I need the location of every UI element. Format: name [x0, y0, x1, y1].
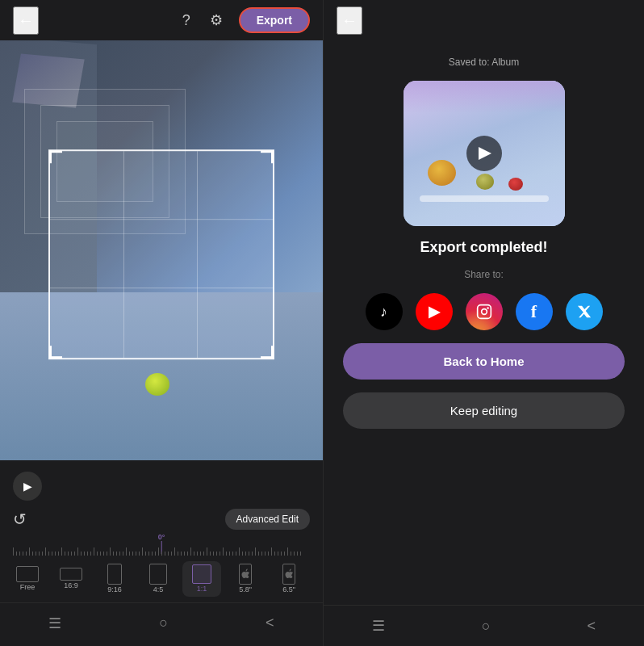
- svg-rect-0: [477, 305, 491, 319]
- left-nav-home-icon[interactable]: ○: [143, 611, 184, 635]
- video-thumbnail[interactable]: [404, 81, 565, 226]
- ratio-item-5-8-[interactable]: 5.8": [226, 560, 265, 598]
- ratio-icon-3: [149, 564, 167, 585]
- ruler-tick: [281, 552, 282, 556]
- ruler-tick: [58, 552, 59, 556]
- ruler-label: 0°: [158, 533, 165, 541]
- ruler-tick: [300, 552, 301, 556]
- ruler-tick: [242, 552, 243, 556]
- ratio-icon-0: [16, 566, 39, 582]
- ruler-tick: [126, 547, 127, 556]
- ratio-icon-6: [282, 564, 295, 585]
- ratio-label-1: 16:9: [64, 582, 78, 590]
- ratio-item-4-5[interactable]: 4:5: [139, 560, 178, 598]
- ratio-label-3: 4:5: [153, 586, 164, 594]
- advanced-edit-button[interactable]: Advanced Edit: [225, 509, 310, 530]
- ratio-icon-2: [107, 564, 122, 585]
- ruler-tick: [123, 552, 123, 556]
- share-tiktok-button[interactable]: ♪: [366, 293, 403, 330]
- ruler-tick: [194, 552, 194, 556]
- ruler-tick: [52, 552, 52, 556]
- play-button[interactable]: ▶: [13, 472, 42, 501]
- share-twitter-button[interactable]: [566, 293, 603, 330]
- ruler-tick: [287, 547, 288, 556]
- ruler-tick: [271, 547, 272, 556]
- ruler-tick: [77, 547, 78, 556]
- keep-editing-button[interactable]: Keep editing: [343, 392, 625, 429]
- ruler-tick: [190, 547, 191, 556]
- left-nav-bar: ☰ ○ <: [0, 602, 323, 644]
- ruler-tick: [210, 552, 211, 556]
- right-nav-home-icon[interactable]: ○: [466, 615, 507, 638]
- ruler-ticks: [13, 547, 310, 556]
- ratio-item-3-4[interactable]: 3:4: [313, 560, 323, 598]
- ruler-tick: [45, 547, 46, 556]
- ratio-label-6: 6.5": [282, 586, 295, 594]
- ruler-tick: [132, 552, 133, 556]
- ratio-label-5: 5.8": [239, 586, 252, 594]
- back-to-home-button[interactable]: Back to Home: [343, 343, 625, 380]
- ruler-tick: [48, 552, 49, 556]
- right-panel: ← Saved to: Album Export completed! Shar…: [324, 0, 644, 646]
- left-header: ← ? ⚙ Export: [0, 0, 323, 40]
- thumb-bar: [420, 195, 549, 202]
- ruler-tick: [265, 552, 266, 556]
- right-nav-menu-icon[interactable]: ☰: [356, 614, 401, 638]
- share-instagram-button[interactable]: [466, 293, 503, 330]
- ratio-item-1-1[interactable]: 1:1: [182, 561, 221, 597]
- ratio-label-4: 1:1: [197, 585, 207, 594]
- ruler-tick: [274, 552, 275, 556]
- export-button[interactable]: Export: [239, 7, 310, 33]
- ratio-item-16-9[interactable]: 16:9: [52, 564, 90, 594]
- ruler-tick: [174, 547, 175, 556]
- ruler-tick: [32, 552, 33, 556]
- ratio-item-free[interactable]: Free: [8, 563, 47, 595]
- ruler-tick: [158, 547, 159, 556]
- svg-point-2: [487, 307, 489, 309]
- ratio-item-9-16[interactable]: 9:16: [95, 560, 134, 598]
- share-to-label: Share to:: [464, 269, 504, 280]
- ruler-tick: [29, 547, 30, 556]
- ruler-tick: [152, 552, 153, 556]
- ratio-item-6-5-[interactable]: 6.5": [270, 560, 308, 598]
- corner-tr[interactable]: [261, 150, 274, 163]
- right-nav-back-icon[interactable]: <: [571, 615, 613, 638]
- timeline-ruler[interactable]: 0°: [0, 533, 323, 556]
- reset-button[interactable]: ↺: [13, 510, 27, 529]
- ruler-tick: [291, 552, 291, 556]
- right-back-button[interactable]: ←: [337, 6, 362, 35]
- ruler-tick: [165, 552, 165, 556]
- ruler-tick: [229, 552, 230, 556]
- advanced-edit-row: ↺ Advanced Edit: [0, 505, 323, 533]
- play-icon: ▶: [23, 480, 32, 493]
- thumb-ball-1: [428, 160, 456, 186]
- share-facebook-button[interactable]: f: [516, 293, 553, 330]
- back-button[interactable]: ←: [13, 6, 39, 35]
- settings-button[interactable]: ⚙: [207, 8, 226, 32]
- ruler-tick: [171, 552, 172, 556]
- help-button[interactable]: ?: [179, 9, 194, 32]
- ruler-tick: [36, 552, 36, 556]
- left-nav-back-icon[interactable]: <: [249, 611, 291, 635]
- ruler-tick: [187, 552, 188, 556]
- ruler-tick: [136, 552, 136, 556]
- ruler-tick: [268, 552, 269, 556]
- ruler-tick: [239, 547, 240, 556]
- ruler-tick: [255, 547, 256, 556]
- left-nav-menu-icon[interactable]: ☰: [32, 611, 77, 636]
- header-center-group: ? ⚙ Export: [179, 7, 310, 33]
- thumbnail-play-overlay[interactable]: [466, 136, 502, 171]
- green-ball: [145, 373, 169, 396]
- share-youtube-button[interactable]: ▶: [416, 293, 453, 330]
- share-icons-group: ♪ ▶ f: [366, 293, 603, 330]
- ruler-tick: [213, 552, 214, 556]
- ruler-tick: [94, 547, 94, 556]
- bottom-controls: ▶ ↺ Advanced Edit 0° Free16:99:164:51:15…: [0, 460, 323, 644]
- ruler-tick: [155, 552, 156, 556]
- ratio-label-0: Free: [20, 584, 36, 592]
- ruler-tick: [71, 552, 72, 556]
- ruler-tick: [161, 552, 162, 556]
- ratio-icon-1: [60, 568, 82, 581]
- ruler-tick: [207, 547, 207, 556]
- ruler-tick: [26, 552, 27, 556]
